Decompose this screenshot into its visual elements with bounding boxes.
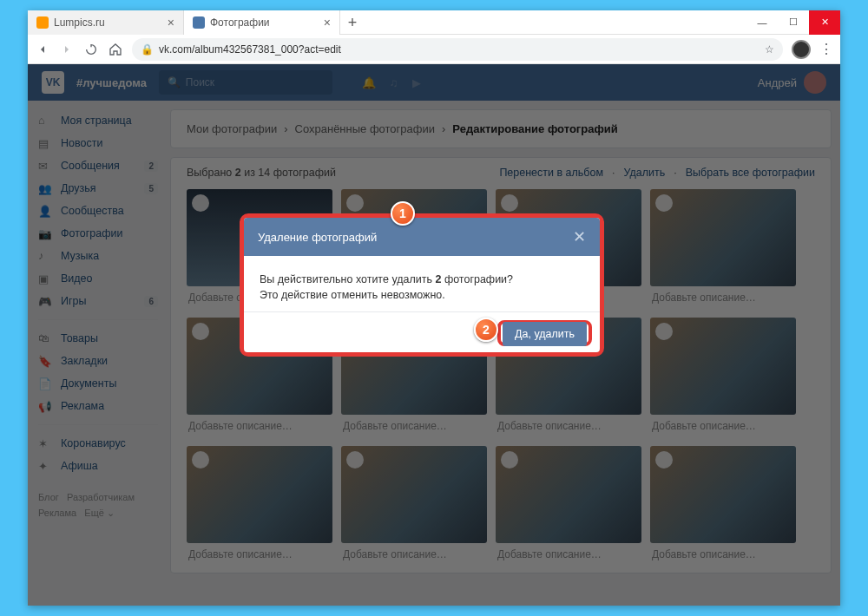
modal-title: Удаление фотографий — [258, 231, 377, 244]
maximize-button[interactable]: ☐ — [778, 10, 809, 35]
address-bar: 🔒 vk.com/album432567381_000?act=edit ☆ ⋮ — [28, 35, 840, 64]
close-icon[interactable]: ✕ — [573, 227, 586, 246]
minimize-button[interactable]: — — [746, 10, 778, 35]
annotation-callout-2: 2 — [474, 318, 498, 342]
star-icon[interactable]: ☆ — [765, 43, 774, 56]
modal-body: Вы действительно хотите удалить 2 фотогр… — [244, 256, 600, 311]
profile-avatar[interactable] — [792, 40, 811, 59]
annotation-highlight-2: Да, удалить — [497, 320, 592, 346]
browser-window: Lumpics.ru × Фотографии × + — ☐ ✕ 🔒 vk.c… — [28, 10, 840, 606]
tab-vk-photos[interactable]: Фотографии × — [184, 10, 340, 35]
annotation-highlight-1: Удаление фотографий ✕ Вы действительно х… — [240, 213, 604, 357]
close-icon[interactable]: × — [168, 16, 174, 29]
forward-button[interactable] — [59, 42, 75, 57]
close-window-button[interactable]: ✕ — [809, 10, 840, 35]
menu-button[interactable]: ⋮ — [819, 41, 833, 57]
back-button[interactable] — [35, 42, 50, 57]
favicon — [36, 16, 49, 29]
vk-app: VK #лучшедома 🔍 Поиск 🔔 ♫ ▶ Андрей ⌂Моя … — [28, 64, 840, 606]
tab-title: Фотографии — [210, 16, 270, 29]
lock-icon: 🔒 — [141, 43, 154, 56]
delete-modal: Удаление фотографий ✕ Вы действительно х… — [244, 218, 600, 352]
annotation-callout-1: 1 — [391, 201, 415, 226]
tab-title: Lumpics.ru — [54, 16, 105, 29]
modal-footer: Отмена Да, удалить — [244, 311, 600, 352]
home-button[interactable] — [108, 42, 123, 57]
tab-strip: Lumpics.ru × Фотографии × + — [28, 10, 746, 35]
reload-button[interactable] — [83, 42, 99, 57]
url-text: vk.com/album432567381_000?act=edit — [159, 43, 341, 56]
url-input[interactable]: 🔒 vk.com/album432567381_000?act=edit ☆ — [132, 38, 783, 61]
close-icon[interactable]: × — [324, 16, 331, 29]
new-tab-button[interactable]: + — [340, 10, 365, 35]
favicon — [193, 16, 205, 29]
titlebar: Lumpics.ru × Фотографии × + — ☐ ✕ — [28, 10, 840, 35]
modal-header: Удаление фотографий ✕ — [244, 218, 600, 256]
confirm-delete-button[interactable]: Да, удалить — [503, 322, 587, 346]
window-controls: — ☐ ✕ — [746, 10, 840, 35]
tab-lumpics[interactable]: Lumpics.ru × — [28, 10, 184, 35]
